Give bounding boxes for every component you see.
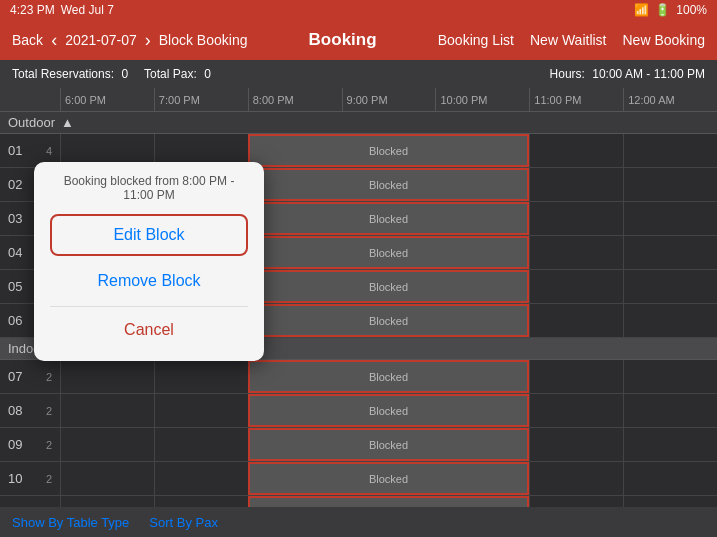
grid-line — [623, 462, 624, 495]
row-number: 04 — [8, 245, 22, 260]
blocked-cell[interactable]: Blocked — [248, 168, 530, 201]
grid-line — [623, 360, 624, 393]
new-booking-button[interactable]: New Booking — [623, 32, 706, 48]
grid-line — [154, 360, 155, 393]
row-number: 01 — [8, 143, 22, 158]
grid-line — [623, 168, 624, 201]
row-number: 10 — [8, 471, 22, 486]
grid-line — [529, 462, 530, 495]
blocked-cell[interactable]: Blocked — [248, 236, 530, 269]
grid-line — [623, 496, 624, 507]
row-number: 08 — [8, 403, 22, 418]
row-number: 05 — [8, 279, 22, 294]
show-by-table-type-button[interactable]: Show By Table Type — [12, 515, 129, 530]
table-row[interactable]: 102Blocked — [0, 462, 717, 496]
row-number: 03 — [8, 211, 22, 226]
grid-line — [154, 496, 155, 507]
total-pax-label: Total Pax: 0 — [144, 67, 211, 81]
total-reservations-label: Total Reservations: 0 — [12, 67, 128, 81]
row-cap: 2 — [46, 473, 52, 485]
next-date-button[interactable]: › — [145, 30, 151, 51]
popup-divider — [50, 306, 248, 307]
row-number: 07 — [8, 369, 22, 384]
timeline-slot-3: 9:00 PM — [342, 88, 436, 111]
nav-bar: Back ‹ 2021-07-07 › Block Booking Bookin… — [0, 20, 717, 60]
hours-value: 10:00 AM - 11:00 PM — [592, 67, 705, 81]
row-number: 02 — [8, 177, 22, 192]
grid-line — [60, 394, 61, 427]
sub-header-right: Hours: 10:00 AM - 11:00 PM — [550, 67, 705, 81]
grid-line — [529, 496, 530, 507]
indoor-rows: 072Blocked082Blocked092Blocked102Blocked… — [0, 360, 717, 507]
row-cap: 2 — [46, 371, 52, 383]
prev-date-button[interactable]: ‹ — [51, 30, 57, 51]
grid-line — [529, 360, 530, 393]
grid-line — [60, 496, 61, 507]
row-cap: 2 — [46, 439, 52, 451]
grid-line — [60, 360, 61, 393]
timeline-row-label-spacer — [0, 88, 60, 111]
grid-line — [154, 428, 155, 461]
popup-menu: Booking blocked from 8:00 PM - 11:00 PM … — [34, 162, 264, 361]
row-timeline: Blocked — [60, 360, 717, 393]
grid-line — [623, 202, 624, 235]
battery-percent: 100% — [676, 3, 707, 17]
grid-line — [529, 168, 530, 201]
outdoor-section-header: Outdoor ▲ — [0, 112, 717, 134]
cancel-button[interactable]: Cancel — [50, 311, 248, 349]
blocked-cell[interactable]: Blocked — [248, 304, 530, 337]
total-pax-value: 0 — [204, 67, 211, 81]
blocked-cell[interactable]: Blocked — [248, 428, 530, 461]
row-timeline: Blocked — [60, 462, 717, 495]
row-cap: 4 — [46, 145, 52, 157]
back-button[interactable]: Back — [12, 32, 43, 48]
outdoor-label: Outdoor — [8, 115, 55, 130]
blocked-cell[interactable]: Blocked — [248, 394, 530, 427]
row-number: 06 — [8, 313, 22, 328]
table-row[interactable]: 082Blocked — [0, 394, 717, 428]
grid-line — [529, 394, 530, 427]
footer: Show By Table Type Sort By Pax — [0, 507, 717, 537]
status-left: 4:23 PM Wed Jul 7 — [10, 3, 114, 17]
new-waitlist-button[interactable]: New Waitlist — [530, 32, 607, 48]
grid-line — [60, 462, 61, 495]
row-number: 09 — [8, 437, 22, 452]
grid-line — [529, 304, 530, 337]
grid-line — [154, 462, 155, 495]
table-row[interactable]: 072Blocked — [0, 360, 717, 394]
sort-by-pax-button[interactable]: Sort By Pax — [149, 515, 218, 530]
edit-block-button[interactable]: Edit Block — [50, 214, 248, 256]
booking-list-button[interactable]: Booking List — [438, 32, 514, 48]
timeline-slot-2: 8:00 PM — [248, 88, 342, 111]
blocked-cell[interactable]: Blocked — [248, 202, 530, 235]
status-right: 📶 🔋 100% — [634, 3, 707, 17]
table-row[interactable]: 112Blocked — [0, 496, 717, 507]
battery-icon: 🔋 — [655, 3, 670, 17]
grid-line — [529, 134, 530, 167]
popup-info: Booking blocked from 8:00 PM - 11:00 PM — [50, 174, 248, 202]
table-row[interactable]: 092Blocked — [0, 428, 717, 462]
row-cap: 2 — [46, 405, 52, 417]
remove-block-button[interactable]: Remove Block — [50, 262, 248, 300]
blocked-cell[interactable]: Blocked — [248, 270, 530, 303]
grid-line — [154, 394, 155, 427]
row-timeline: Blocked — [60, 394, 717, 427]
sub-header: Total Reservations: 0 Total Pax: 0 Hours… — [0, 60, 717, 88]
outdoor-collapse-icon[interactable]: ▲ — [61, 115, 74, 130]
grid-line — [529, 202, 530, 235]
nav-date: 2021-07-07 — [65, 32, 137, 48]
blocked-cell[interactable]: Blocked — [248, 134, 530, 167]
blocked-cell[interactable]: Blocked — [248, 496, 530, 507]
grid-line — [623, 428, 624, 461]
row-timeline: Blocked — [60, 428, 717, 461]
timeline-slot-4: 10:00 PM — [435, 88, 529, 111]
row-timeline: Blocked — [60, 496, 717, 507]
grid-line — [623, 236, 624, 269]
total-reservations-value: 0 — [121, 67, 128, 81]
grid-line — [623, 304, 624, 337]
timeline-slot-6: 12:00 AM — [623, 88, 717, 111]
wifi-icon: 📶 — [634, 3, 649, 17]
status-bar: 4:23 PM Wed Jul 7 📶 🔋 100% — [0, 0, 717, 20]
blocked-cell[interactable]: Blocked — [248, 462, 530, 495]
blocked-cell[interactable]: Blocked — [248, 360, 530, 393]
